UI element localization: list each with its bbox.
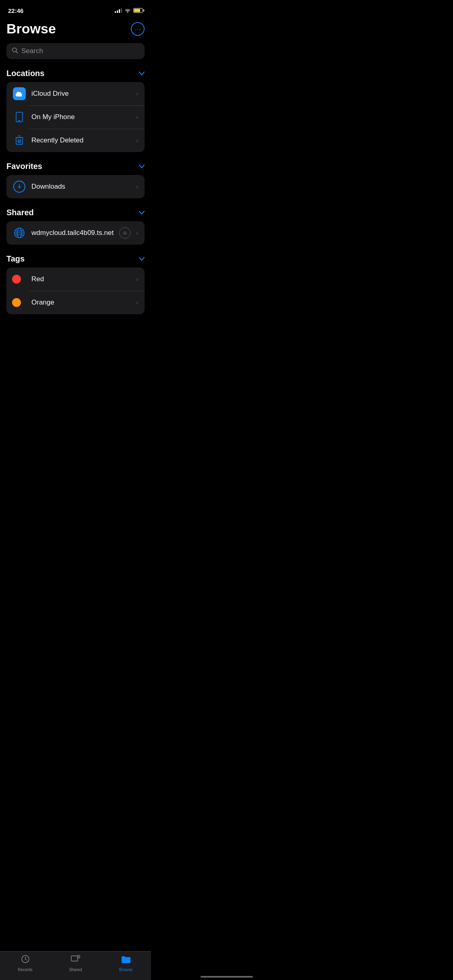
signal-icon [115,8,122,13]
shared-collapse-button[interactable] [139,209,145,216]
tags-list: Red › Orange › [6,268,145,314]
favorites-title: Favorites [6,162,42,171]
locations-list: iCloud Drive › On My iPhone › [6,82,145,152]
ellipsis-icon: ··· [134,25,141,33]
search-bar[interactable]: Search [6,43,145,59]
main-content: Browse Search Locations [0,21,151,356]
locations-title: Locations [6,69,44,78]
icloud-drive-icon [13,87,26,100]
search-placeholder: Search [21,47,43,55]
red-tag-icon [13,273,26,286]
tags-title: Tags [6,254,25,264]
on-my-iphone-item[interactable]: On My iPhone › [6,105,145,129]
page-title: Browse [6,21,145,37]
orange-tag-label: Orange [31,299,136,307]
downloads-label: Downloads [31,183,136,191]
battery-icon: ⚡ [133,8,143,13]
svg-line-1 [16,51,18,53]
search-icon [12,47,18,55]
on-my-iphone-chevron-icon: › [136,114,138,120]
shared-title: Shared [6,208,34,217]
recently-deleted-chevron-icon: › [136,137,138,144]
favorites-list: Downloads › [6,175,145,198]
recently-deleted-item[interactable]: Recently Deleted › [6,129,145,152]
icloud-drive-label: iCloud Drive [31,90,136,98]
red-tag-label: Red [31,275,136,283]
red-tag-item[interactable]: Red › [6,268,145,291]
favorites-section-header: Favorites [6,162,145,171]
icloud-drive-chevron-icon: › [136,91,138,97]
favorites-collapse-button[interactable] [139,163,145,170]
on-my-iphone-label: On My iPhone [31,113,136,121]
eject-button[interactable] [119,227,130,239]
tags-section-header: Tags [6,254,145,264]
wdmycloud-label: wdmycloud.tailc4b09.ts.net [31,229,119,237]
orange-tag-item[interactable]: Orange › [6,291,145,314]
recently-deleted-icon [13,134,26,147]
tags-collapse-button[interactable] [139,255,145,263]
svg-rect-3 [18,120,21,121]
recently-deleted-label: Recently Deleted [31,136,136,144]
status-bar: 22:46 ⚡ [0,0,151,18]
globe-network-icon [13,226,26,239]
locations-collapse-button[interactable] [139,70,145,77]
more-options-button[interactable]: ··· [131,22,145,36]
wdmycloud-chevron-icon: › [136,230,138,236]
downloads-item[interactable]: Downloads › [6,175,145,198]
downloads-chevron-icon: › [136,183,138,190]
wifi-icon [124,8,131,14]
wdmycloud-item[interactable]: wdmycloud.tailc4b09.ts.net › [6,221,145,245]
downloads-icon [13,180,26,193]
orange-tag-icon [13,296,26,309]
red-tag-chevron-icon: › [136,276,138,282]
shared-section-header: Shared [6,208,145,217]
shared-list: wdmycloud.tailc4b09.ts.net › [6,221,145,245]
orange-tag-chevron-icon: › [136,299,138,306]
icloud-drive-item[interactable]: iCloud Drive › [6,82,145,105]
status-time: 22:46 [8,7,23,14]
locations-section-header: Locations [6,69,145,78]
status-icons: ⚡ [115,8,143,14]
on-my-iphone-icon [13,111,26,124]
wdmycloud-actions: › [119,227,138,239]
